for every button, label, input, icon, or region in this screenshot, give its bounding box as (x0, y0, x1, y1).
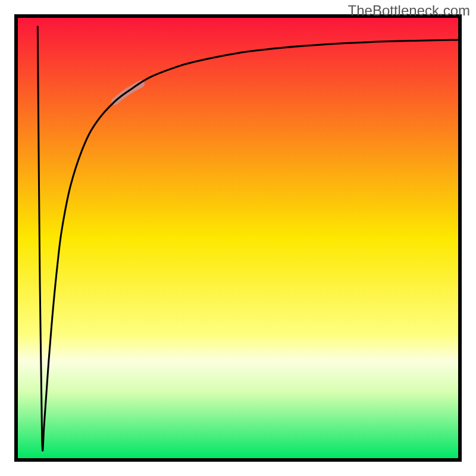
watermark-text: TheBottleneck.com (348, 2, 470, 19)
gradient-background (18, 18, 458, 458)
chart-container: TheBottleneck.com (0, 0, 476, 476)
plot-area (16, 16, 460, 460)
chart-svg (0, 0, 476, 476)
